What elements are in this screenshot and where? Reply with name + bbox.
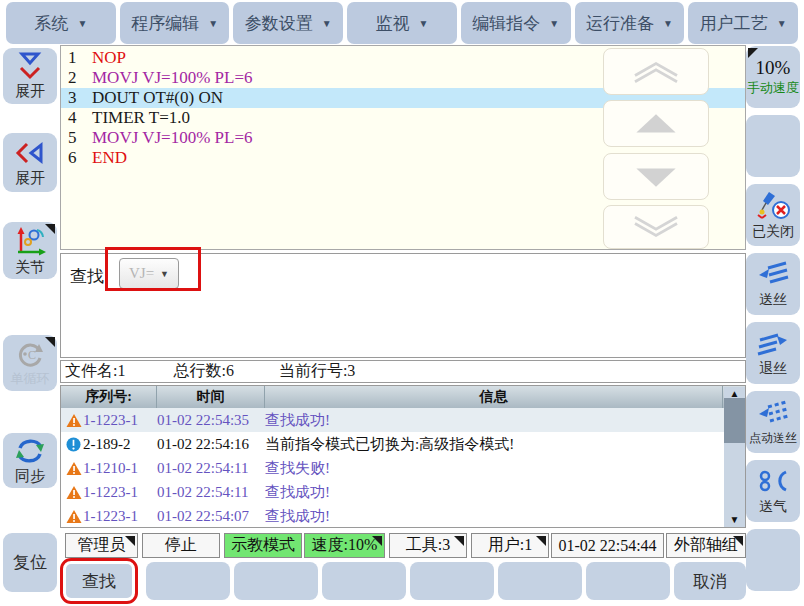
table-row[interactable]: 2-189-2 01-02 22:54:16 当前指令模式已切换为:高级指令模式… <box>61 432 745 456</box>
corner-mark-icon <box>372 536 382 546</box>
find-button[interactable]: 查找 <box>66 564 132 598</box>
warning-icon <box>66 485 83 500</box>
single-cycle-icon: C <box>14 339 46 369</box>
menu-monitor[interactable]: 监视▼ <box>347 2 457 44</box>
chevron-down-icon: ▼ <box>160 269 169 279</box>
teach-pendant-screen: 系统▼ 程序编辑▼ 参数设置▼ 监视▼ 编辑指令▼ 运行准备▼ 用户工艺▼ 展开… <box>0 0 804 606</box>
warning-icon <box>66 509 83 524</box>
message-table: 序列号: 时间 信息 1-1223-1 01-02 22:54:35 查找成功!… <box>60 385 746 528</box>
sidebar-single-cycle-button[interactable]: C 单循环 <box>3 335 57 391</box>
gas-feed-icon <box>756 466 790 496</box>
jog-wire-feed-icon <box>756 398 790 428</box>
bottom-empty-button-4[interactable] <box>410 562 494 600</box>
bottom-empty-button-3[interactable] <box>322 562 406 600</box>
line-up-button[interactable] <box>603 100 709 147</box>
wire-feed-icon <box>756 259 790 289</box>
status-user-level[interactable]: 管理员 <box>65 533 138 558</box>
corner-mark-icon <box>748 48 758 58</box>
header-serial: 序列号: <box>61 386 157 408</box>
status-speed[interactable]: 速度:10% <box>304 533 385 558</box>
arc-off-button[interactable]: 已关闭 <box>746 184 800 246</box>
corner-mark-icon <box>536 536 546 546</box>
menu-user-process[interactable]: 用户工艺▼ <box>688 2 798 44</box>
info-icon <box>66 437 83 452</box>
chevron-down-icon: ▼ <box>777 18 787 29</box>
status-run-state[interactable]: 停止 <box>142 533 220 558</box>
cancel-button[interactable]: 取消 <box>674 562 746 600</box>
find-label: 查找: <box>70 265 109 288</box>
menu-run-preparation[interactable]: 运行准备▼ <box>575 2 685 44</box>
chevron-down-icon: ▼ <box>419 18 429 29</box>
table-row[interactable]: 1-1223-1 01-02 22:54:07 查找成功! <box>61 504 745 528</box>
chevron-down-icon: ▼ <box>208 18 218 29</box>
table-scrollbar[interactable]: ▲ ▼ <box>724 387 745 527</box>
chevron-down-icon: ▼ <box>549 18 559 29</box>
status-tool[interactable]: 工具:3 <box>389 533 467 558</box>
bottom-empty-button-2[interactable] <box>234 562 318 600</box>
chevron-down-icon: ▼ <box>77 18 87 29</box>
line-down-button[interactable] <box>603 153 709 200</box>
header-message: 信息 <box>265 386 723 408</box>
current-line: 当前行号:3 <box>279 361 355 382</box>
page-up-button[interactable] <box>603 48 709 95</box>
triangle-down-icon <box>621 161 691 193</box>
bottom-empty-button-5[interactable] <box>498 562 582 600</box>
expand-down-icon <box>14 51 46 81</box>
corner-mark-icon <box>45 224 55 234</box>
torch-off-icon <box>755 189 791 221</box>
svg-text:C: C <box>28 348 36 362</box>
double-chevron-down-icon <box>621 211 691 243</box>
expand-left-icon <box>14 138 46 168</box>
status-external-axis[interactable]: 外部轴组 <box>666 533 746 558</box>
bottom-empty-button-6[interactable] <box>586 562 670 600</box>
corner-mark-icon <box>454 536 464 546</box>
corner-mark-icon <box>45 337 55 347</box>
status-datetime: 01-02 22:54:44 <box>551 533 664 558</box>
menu-parameter-settings[interactable]: 参数设置▼ <box>233 2 343 44</box>
reset-button[interactable]: 复位 <box>3 533 57 592</box>
corner-mark-icon <box>733 536 743 546</box>
menu-program-edit[interactable]: 程序编辑▼ <box>120 2 230 44</box>
menu-bar: 系统▼ 程序编辑▼ 参数设置▼ 监视▼ 编辑指令▼ 运行准备▼ 用户工艺▼ <box>0 0 804 46</box>
wire-retract-button[interactable]: 退丝 <box>746 322 800 384</box>
sidebar-joint-coord-button[interactable]: 关节 <box>3 222 57 279</box>
triangle-up-icon <box>621 108 691 140</box>
right-empty-button-1[interactable] <box>746 115 800 177</box>
right-empty-button-2[interactable] <box>746 529 800 591</box>
gas-feed-button[interactable]: 送气 <box>746 460 800 522</box>
table-row[interactable]: 1-1210-1 01-02 22:54:11 查找失败! <box>61 456 745 480</box>
wire-retract-icon <box>756 328 790 358</box>
find-dropdown[interactable]: VJ= ▼ <box>119 258 179 289</box>
status-mode[interactable]: 示教模式 <box>224 533 302 558</box>
file-info-bar: 文件名:1 总行数:6 当前行号:3 <box>60 360 746 383</box>
sync-icon <box>14 436 46 466</box>
program-listing: 1NOP 2MOVJ VJ=100% PL=6 3DOUT OT#(0) ON … <box>60 45 746 250</box>
page-down-button[interactable] <box>603 205 709 249</box>
sidebar-expand-down-button[interactable]: 展开 <box>3 48 57 104</box>
table-header: 序列号: 时间 信息 <box>61 386 745 408</box>
scrollbar-thumb[interactable] <box>724 398 745 443</box>
warning-icon <box>66 413 83 428</box>
header-time: 时间 <box>157 386 265 408</box>
manual-speed-button[interactable]: 10% 手动速度 <box>746 46 800 108</box>
bottom-empty-button-1[interactable] <box>146 562 230 600</box>
joint-axes-icon <box>13 225 47 257</box>
menu-system[interactable]: 系统▼ <box>6 2 116 44</box>
jog-wire-feed-button[interactable]: 点动送丝 <box>746 391 800 453</box>
corner-mark-icon <box>125 536 135 546</box>
scroll-down-icon[interactable]: ▼ <box>730 514 740 526</box>
table-row[interactable]: 1-1223-1 01-02 22:54:11 查找成功! <box>61 480 745 504</box>
file-name: 文件名:1 <box>65 361 125 382</box>
find-panel: 查找: VJ= ▼ <box>60 253 746 358</box>
sidebar-sync-button[interactable]: 同步 <box>3 433 57 488</box>
table-row[interactable]: 1-1223-1 01-02 22:54:35 查找成功! <box>61 408 745 432</box>
warning-icon <box>66 461 83 476</box>
double-chevron-up-icon <box>621 56 691 88</box>
chevron-down-icon: ▼ <box>322 18 332 29</box>
menu-edit-instructions[interactable]: 编辑指令▼ <box>461 2 571 44</box>
sidebar-expand-left-button[interactable]: 展开 <box>3 133 57 192</box>
chevron-down-icon: ▼ <box>663 18 673 29</box>
status-user-frame[interactable]: 用户:1 <box>471 533 549 558</box>
wire-feed-button[interactable]: 送丝 <box>746 253 800 315</box>
total-lines: 总行数:6 <box>173 361 233 382</box>
